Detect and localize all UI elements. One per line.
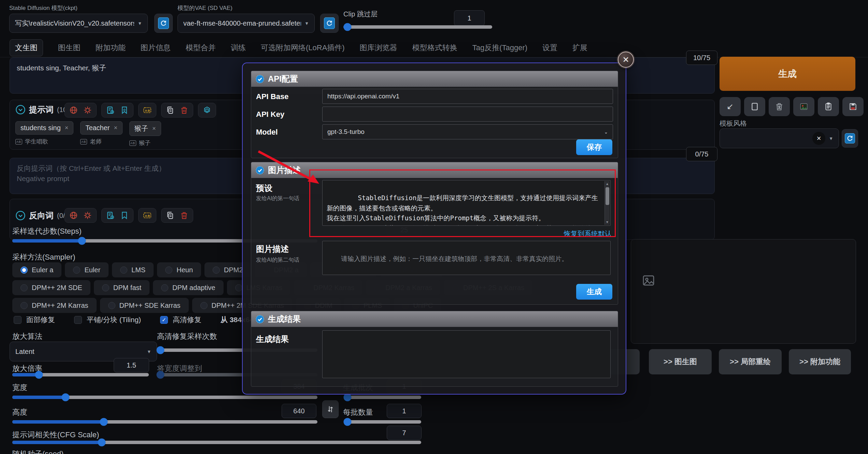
sampler-option[interactable]: Heun	[157, 262, 201, 277]
save-api-button[interactable]: 保存	[576, 139, 612, 155]
api-key-input[interactable]	[322, 107, 613, 122]
refresh-icon	[845, 133, 855, 143]
tab-checkpoint-merger[interactable]: 模型合并	[186, 43, 216, 53]
save-style-button[interactable]	[842, 97, 864, 116]
remove-tag-icon[interactable]: ×	[114, 124, 118, 132]
translate-all-icon[interactable]	[69, 106, 78, 114]
model-checkpoint-select[interactable]: 写实\realisticVisionV20_v20.safetensors [c…	[9, 14, 148, 33]
face-restore-option[interactable]: 面部修复	[14, 315, 55, 325]
arrow-down-left-button[interactable]: ↙	[720, 97, 741, 116]
remove-tag-icon[interactable]: ×	[65, 124, 69, 132]
sampler-option[interactable]: DPM fast	[94, 280, 150, 295]
result-label: 生成结果	[256, 334, 289, 345]
copy-icon[interactable]	[166, 211, 174, 220]
delete-all-icon[interactable]	[180, 211, 188, 220]
clear-selection-icon[interactable]: ✕	[812, 132, 825, 145]
history-icon[interactable]	[106, 106, 115, 114]
tab-tagger[interactable]: Tag反推(Tagger)	[472, 43, 527, 53]
delete-all-icon[interactable]	[180, 106, 188, 114]
result-textarea[interactable]	[322, 330, 611, 378]
scrollbar[interactable]: ▲ ▼	[604, 181, 610, 225]
openai-icon[interactable]	[203, 106, 211, 114]
tab-train[interactable]: 训练	[231, 43, 246, 53]
image-description-title: 图片描述	[268, 165, 301, 176]
refresh-vae-button[interactable]	[320, 14, 339, 33]
send-to-inpaint-button[interactable]: >> 局部重绘	[719, 349, 782, 374]
extra-networks-button[interactable]	[793, 97, 814, 116]
favorites-icon[interactable]	[120, 106, 129, 114]
generate-description-button[interactable]: 生成	[576, 284, 612, 300]
prompt-tag[interactable]: Teacher×	[80, 121, 123, 135]
sampler-option[interactable]: DPM adaptive	[153, 280, 224, 295]
vae-select[interactable]: vae-ft-mse-840000-ema-pruned.safetensors…	[177, 14, 315, 33]
send-to-img2img-button[interactable]: >> 图生图	[649, 349, 712, 374]
api-config-section: API配置 API Base https://api.openai.com/v1…	[251, 71, 618, 158]
batch-size-slider[interactable]	[344, 420, 421, 424]
hires-fix-option[interactable]: ✓高清修复	[160, 315, 201, 325]
prompt-tag[interactable]: 猴子×	[129, 121, 161, 136]
tab-lora[interactable]: 可选附加网络(LoRA插件)	[261, 43, 345, 53]
clear-prompt-button[interactable]	[744, 97, 765, 116]
preset-label: 预设	[256, 183, 272, 194]
sampler-option[interactable]: Euler	[65, 262, 109, 277]
cfg-label: 提示词相关性(CFG Scale)	[12, 430, 99, 440]
sampler-option[interactable]: DPM++ 2M SDE	[12, 280, 90, 295]
clip-skip-value[interactable]: 1	[454, 10, 485, 26]
height-slider[interactable]	[12, 420, 317, 424]
translate-all-icon[interactable]	[69, 211, 78, 220]
tab-extensions[interactable]: 扩展	[572, 43, 587, 53]
api-base-input[interactable]: https://api.openai.com/v1	[322, 89, 613, 104]
negative-toolbar: AB	[65, 208, 193, 223]
style-template-select[interactable]: ✕ ▼	[720, 128, 839, 148]
copy-icon[interactable]	[166, 106, 174, 114]
batch-size-value[interactable]: 1	[387, 404, 422, 418]
tab-settings[interactable]: 设置	[542, 43, 557, 53]
restore-default-link[interactable]: 恢复到系统默认	[564, 229, 612, 238]
tab-txt2img[interactable]: 文生图	[10, 39, 43, 56]
api-model-select[interactable]: gpt-3.5-turbo ⌄	[322, 124, 613, 139]
refresh-checkpoint-button[interactable]	[154, 14, 173, 33]
translate-settings-icon[interactable]	[83, 106, 92, 114]
upscale-by-value[interactable]: 1.5	[114, 358, 149, 372]
prompt-tag[interactable]: students sing×	[15, 121, 73, 135]
prompt-tags-row: students sing× AB学生唱歌 Teacher× AB老师 猴子× …	[15, 121, 161, 147]
sampler-option[interactable]: DPM++ 2M Karras	[12, 298, 97, 313]
description-textarea[interactable]: 请输入图片描述，例如：一只猫坐在建筑物顶部，非常高清、非常真实的照片。	[322, 241, 611, 275]
swap-width-height-button[interactable]	[322, 400, 339, 418]
translate-ab-icon[interactable]: AB	[143, 211, 152, 220]
image-description-header[interactable]: 图片描述	[251, 162, 618, 178]
tiling-option[interactable]: 平铺/分块 (Tiling)	[74, 315, 141, 325]
remove-tag-icon[interactable]: ×	[152, 125, 156, 132]
sampler-option-euler-a[interactable]: Euler a	[12, 262, 61, 277]
upscaler-label: 放大算法	[12, 331, 42, 342]
translate-settings-icon[interactable]	[83, 211, 92, 220]
picture-icon	[799, 102, 808, 111]
api-config-header[interactable]: API配置	[251, 71, 618, 87]
send-to-extras-button[interactable]: >> 附加功能	[789, 349, 851, 374]
tab-extras[interactable]: 附加功能	[96, 43, 126, 53]
trash-button[interactable]	[769, 97, 790, 116]
tab-model-converter[interactable]: 模型格式转换	[412, 43, 457, 53]
paste-style-button[interactable]	[818, 97, 839, 116]
clip-skip-slider[interactable]	[343, 25, 492, 29]
sampler-option[interactable]: DPM++ SDE Karras	[100, 298, 189, 313]
clipboard-icon	[824, 102, 833, 111]
refresh-styles-button[interactable]	[842, 129, 858, 148]
upscale-by-slider[interactable]	[12, 373, 149, 376]
preset-textarea[interactable]: StableDiffusion是一款利用深度学习的文生图模型，支持通过使用提示词…	[322, 180, 611, 226]
favorites-icon[interactable]	[120, 211, 129, 220]
close-dialog-button[interactable]: ✕	[618, 52, 634, 68]
tab-png-info[interactable]: 图片信息	[141, 43, 171, 53]
result-header[interactable]: 生成结果	[251, 311, 618, 327]
generate-button[interactable]: 生成	[720, 57, 855, 91]
tab-img2img[interactable]: 图生图	[58, 43, 81, 53]
tab-image-browser[interactable]: 图库浏览器	[360, 43, 397, 53]
sampler-option[interactable]: LMS	[112, 262, 154, 277]
history-icon[interactable]	[106, 211, 115, 220]
translate-ab-icon[interactable]: AB	[143, 106, 152, 114]
height-value[interactable]: 640	[282, 404, 316, 418]
cfg-slider[interactable]	[12, 441, 421, 444]
cfg-value[interactable]: 7	[387, 426, 422, 440]
width-slider[interactable]	[12, 396, 317, 399]
batch-count-slider[interactable]	[344, 396, 421, 399]
